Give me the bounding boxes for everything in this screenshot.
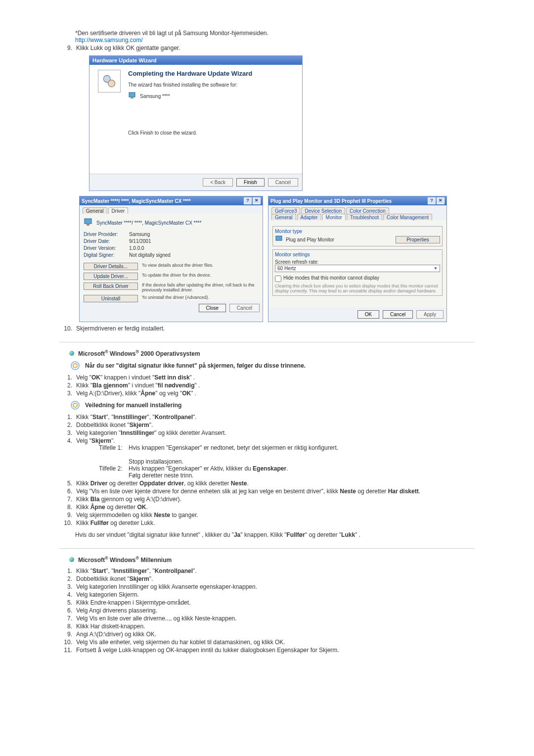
tab-item[interactable]: Monitor [322, 214, 346, 221]
wizard-sub1: The wizard has finished installing the s… [128, 82, 297, 88]
cancel-button[interactable]: Cancel [383, 310, 413, 319]
properties-button[interactable]: Properties [396, 236, 440, 243]
win2000-note: Hvis du ser vinduet "digital signatur ik… [75, 531, 475, 538]
step-text: Velg "Vis en liste over kjente drivere f… [76, 488, 475, 495]
driver-action-desc: To view details about the driver files. [142, 263, 259, 268]
step-number: 10. [59, 639, 76, 646]
monitor-icon [84, 218, 93, 228]
tab-item[interactable]: Color Correction [346, 207, 389, 214]
driver-dialog-title: SyncMaster ****/ ****, MagicSyncMaster C… [82, 198, 191, 204]
step-text: Klikk Driver og deretter Oppdater driver… [76, 480, 475, 487]
step-text: Klikk Bla gjennom og velg A:\(D:\driver)… [76, 496, 475, 503]
step-text: Velg A:(D:\Driver), klikk "Åpne" og velg… [76, 390, 475, 397]
wizard-cancel-button: Cancel [268, 178, 298, 187]
step-number: 1. [59, 414, 76, 421]
svg-rect-4 [85, 219, 91, 224]
driver-row-label: Driver Date: [84, 238, 129, 244]
monitor-icon [128, 92, 137, 100]
winme-heading: Microsoft® Windows® Millennium [69, 556, 475, 564]
svg-rect-2 [129, 93, 135, 97]
close-icon[interactable]: ✕ [253, 197, 261, 204]
tab-driver[interactable]: Driver [108, 207, 129, 214]
hardware-update-wizard: Hardware Update Wizard Completing the Ha… [89, 55, 303, 191]
driver-action-button[interactable]: Roll Back Driver [84, 283, 138, 290]
help-icon[interactable]: ? [428, 197, 436, 204]
monitor-name: Plug and Play Monitor [286, 237, 334, 242]
driver-row-value: 9/11/2001 [129, 238, 259, 244]
step-number: 7. [59, 496, 76, 503]
step-number: 6. [59, 488, 76, 495]
ok-button[interactable]: OK [357, 310, 379, 319]
driver-action-button[interactable]: Uninstall [84, 295, 138, 302]
driver-action-button[interactable]: Update Driver... [84, 273, 138, 280]
cert-note: *Den sertifiserte driveren vil bli lagt … [75, 30, 268, 37]
svg-rect-5 [87, 224, 89, 226]
step-number: 3. [59, 583, 76, 590]
signature-heading: Når du ser "digital signatur ikke funnet… [69, 361, 475, 370]
driver-action-button[interactable]: Driver Details... [84, 263, 138, 270]
samsung-link[interactable]: http://www.samsung.com/ [75, 37, 143, 44]
step-text: Velg "OK" knappen i vinduet "Sett inn di… [76, 374, 475, 381]
step-text: Velg kategorien Skjerm. [76, 591, 475, 598]
wizard-finish-hint: Click Finish to close the wizard. [128, 130, 297, 136]
tab-general[interactable]: General [83, 207, 107, 214]
wizard-heading: Completing the Hardware Update Wizard [128, 70, 297, 77]
step-text: Velg "Skjerm". [76, 437, 475, 444]
step-number: 1. [59, 374, 76, 381]
help-icon[interactable]: ? [244, 197, 252, 204]
tab-item[interactable]: Troubleshoot [347, 214, 382, 221]
step-text: Klikk Har diskett-knappen. [76, 623, 475, 630]
step-number: 3. [59, 429, 76, 436]
svg-rect-6 [276, 236, 282, 240]
wizard-back-button: < Back [203, 178, 233, 187]
driver-row-label: Digital Signer: [84, 252, 129, 258]
refresh-label: Screen refresh rate: [275, 259, 440, 265]
svg-point-1 [108, 80, 115, 87]
case2-text: Hvis knappen "Egenskaper" er Aktiv, klik… [129, 465, 288, 472]
bullet-icon [69, 557, 74, 562]
wizard-finish-button[interactable]: Finish [236, 178, 265, 187]
step-number: 9. [59, 631, 76, 638]
step-number: 10. [59, 325, 76, 332]
refresh-rate-select[interactable]: 60 Hertz ▼ [275, 265, 440, 272]
driver-action-desc: To uninstall the driver (Advanced). [142, 295, 259, 300]
tab-item[interactable]: Device Selection [301, 207, 345, 214]
hide-modes-label: Hide modes that this monitor cannot disp… [283, 275, 379, 282]
driver-row-value: Not digitally signed [129, 252, 259, 258]
driver-row-label: Driver Version: [84, 245, 129, 251]
tab-item[interactable]: GeForce3 [271, 207, 300, 214]
monitor-type-group: Monitor type [275, 229, 440, 234]
step-text: Klikk Endre-knappen i Skjermtype-området… [76, 599, 475, 606]
manual-heading: Veiledning for manuell installering [69, 401, 475, 410]
step-text: Klikk Lukk og klikk OK gjentatte ganger. [76, 45, 475, 51]
intro-block: *Den sertifiserte driveren vil bli lagt … [75, 30, 475, 44]
case2-label: Tilfelle 2: [99, 465, 129, 472]
step-text: Klikk "Start", "Innstillinger", "Kontrol… [76, 414, 475, 421]
section-divider [59, 548, 475, 549]
step-number: 3. [59, 390, 76, 397]
case1-text: Hvis knappen "Egenskaper" er nedtonet, b… [129, 444, 338, 451]
step-text: Velg Vis en liste over alle driverne...,… [76, 615, 475, 622]
step-number: 5. [59, 599, 76, 606]
step-number: 11. [59, 647, 76, 654]
close-button[interactable]: Close [199, 304, 226, 312]
case2-follow: Følg deretter neste trinn. [129, 472, 193, 479]
monitor-dialog-title: Plug and Play Monitor and 3D Prophet III… [270, 198, 392, 204]
tab-item[interactable]: Adapter [297, 214, 321, 221]
tab-item[interactable]: General [271, 214, 296, 221]
step-number: 2. [59, 422, 76, 428]
section-divider [59, 342, 475, 342]
tab-item[interactable]: Color Management [383, 214, 432, 221]
ring-icon [69, 401, 81, 410]
bullet-icon [69, 351, 74, 356]
step-number: 2. [59, 382, 76, 389]
driver-row-value: Samsung [129, 232, 259, 237]
hide-modes-checkbox[interactable] [275, 276, 281, 282]
close-icon[interactable]: ✕ [437, 197, 445, 204]
step-text: Skjermdriveren er ferdig installert. [76, 325, 475, 332]
step-text: Dobbeltklikk ikonet "Skjerm". [76, 422, 475, 428]
step-text: Klikk "Bla gjennom" i vinduet "fil nødve… [76, 382, 475, 389]
driver-action-desc: To update the driver for this device. [142, 273, 259, 278]
step-text: Velg kategorien Innstillinger og klikk A… [76, 583, 475, 590]
step-number: 2. [59, 575, 76, 582]
